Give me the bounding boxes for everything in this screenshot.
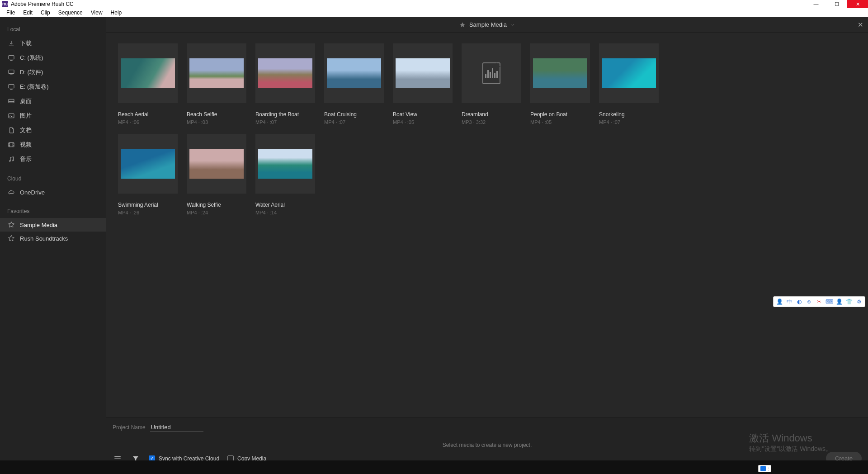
media-card[interactable]: Beach AerialMP4 · :06 [118,43,178,125]
ime-keyboard-icon[interactable]: ⌨ [825,298,833,306]
maximize-button[interactable]: ☐ [826,0,847,8]
minimize-button[interactable]: — [806,0,826,8]
media-meta: MP4 · :07 [324,119,384,125]
thumb-image [121,58,175,88]
media-card[interactable]: Walking SelfieMP4 · :24 [187,134,246,215]
media-meta: MP4 · :07 [255,119,315,125]
menu-bar: File Edit Clip Sequence View Help [0,8,868,17]
media-meta: MP4 · :05 [393,119,453,125]
video-thumbnail [255,134,315,194]
sidebar-item-videos[interactable]: 视频 [0,137,106,152]
media-meta: MP4 · :26 [118,210,178,215]
lang-text: : [768,466,769,471]
sidebar-item-label: E: (新加卷) [20,83,49,91]
cloud-icon [7,189,15,196]
svg-rect-0 [9,56,14,59]
sidebar-item-downloads[interactable]: 下载 [0,36,106,51]
sidebar-item-drive-d[interactable]: D: (软件) [0,65,106,80]
sidebar-item-documents[interactable]: 文档 [0,123,106,137]
ime-settings-icon[interactable]: ⚙ [855,298,863,306]
audio-thumbnail [462,43,521,103]
media-meta: MP4 · :05 [530,119,590,125]
sidebar-section-cloud: Cloud [0,173,106,185]
ime-mode-icon[interactable]: ◐ [795,298,803,306]
app-body: Local 下载 C: (系统) D: (软件) E: (新加卷) 桌面 图片 … [0,17,868,460]
ime-contact-icon[interactable]: 👤 [835,298,843,306]
media-title: Walking Selfie [187,202,246,208]
sidebar-item-music[interactable]: 音乐 [0,152,106,166]
bottom-strip: Project Name Select media to create a ne… [106,417,868,460]
sidebar-item-drive-e[interactable]: E: (新加卷) [0,80,106,94]
ime-toolbar[interactable]: 👤 中 ◐ ☺ ✂ ⌨ 👤 👕 ⚙ [773,296,865,307]
media-card[interactable]: Boat CruisingMP4 · :07 [324,43,384,125]
video-thumbnail [530,43,590,103]
star-icon [459,22,466,28]
windows-taskbar[interactable] [0,460,868,474]
thumb-image [121,149,175,179]
menu-clip[interactable]: Clip [37,9,54,17]
audio-file-icon [482,62,500,84]
star-icon [7,235,15,242]
monitor-icon [7,54,15,62]
media-title: Boat View [393,111,453,118]
video-thumbnail [187,43,246,103]
media-card[interactable]: DreamlandMP3 · 3:32 [462,43,521,125]
thumb-image [533,58,587,88]
sidebar-item-pictures[interactable]: 图片 [0,109,106,123]
ime-skin-icon[interactable]: 👕 [845,298,853,306]
svg-point-6 [9,161,10,162]
monitor-icon [7,69,15,76]
media-card[interactable]: People on BoatMP4 · :05 [530,43,590,125]
chevron-down-icon [510,23,515,27]
menu-edit[interactable]: Edit [19,9,36,17]
menu-help[interactable]: Help [107,9,126,17]
media-card[interactable]: Beach SelfieMP4 · :03 [187,43,246,125]
media-card[interactable]: SnorkelingMP4 · :07 [599,43,659,125]
menu-sequence[interactable]: Sequence [55,9,86,17]
ime-emoji-icon[interactable]: ☺ [805,298,813,306]
sidebar-section-local: Local [0,24,106,36]
sidebar-item-label: 下载 [20,39,32,47]
sidebar-item-label: Rush Soundtracks [20,235,68,242]
ime-scissors-icon[interactable]: ✂ [815,298,823,306]
sidebar-item-label: 图片 [20,112,32,120]
sidebar-item-desktop[interactable]: 桌面 [0,94,106,109]
sidebar-item-label: 桌面 [20,97,32,105]
video-thumbnail [118,134,178,194]
close-button[interactable]: ✕ [847,0,868,8]
sidebar-item-drive-c[interactable]: C: (系统) [0,51,106,65]
media-card[interactable]: Swimming AerialMP4 · :26 [118,134,178,215]
sidebar-item-label: 音乐 [20,155,32,163]
svg-rect-1 [9,70,14,74]
monitor-icon [7,83,15,90]
sidebar-item-sample-media[interactable]: Sample Media [0,218,106,232]
media-title: Boarding the Boat [255,111,315,118]
media-card[interactable]: Water AerialMP4 · :14 [255,134,315,215]
menu-file[interactable]: File [3,9,19,17]
media-title: Snorkeling [599,111,659,118]
menu-view[interactable]: View [87,9,106,17]
media-title: Beach Selfie [187,111,246,118]
media-title: Swimming Aerial [118,202,178,208]
project-name-input[interactable] [150,423,203,432]
media-grid: Beach AerialMP4 · :06Beach SelfieMP4 · :… [106,33,868,417]
video-thumbnail [118,43,178,103]
ime-lang-zh[interactable]: 中 [785,298,793,306]
thumb-image [189,58,244,88]
media-card[interactable]: Boarding the BoatMP4 · :07 [255,43,315,125]
image-icon [7,112,15,119]
language-indicator[interactable]: : [758,465,771,472]
sidebar-item-label: Sample Media [20,222,57,228]
media-card[interactable]: Boat ViewMP4 · :05 [393,43,453,125]
breadcrumb-label: Sample Media [469,21,507,28]
close-panel-button[interactable]: ✕ [858,21,863,29]
breadcrumb[interactable]: Sample Media [459,21,515,28]
svg-rect-5 [9,142,14,147]
sidebar-item-rush-soundtracks[interactable]: Rush Soundtracks [0,232,106,245]
thumb-image [189,149,244,179]
ime-user-icon[interactable]: 👤 [775,298,783,306]
video-thumbnail [255,43,315,103]
document-icon [7,127,15,134]
sidebar-item-onedrive[interactable]: OneDrive [0,185,106,199]
media-title: Boat Cruising [324,111,384,118]
